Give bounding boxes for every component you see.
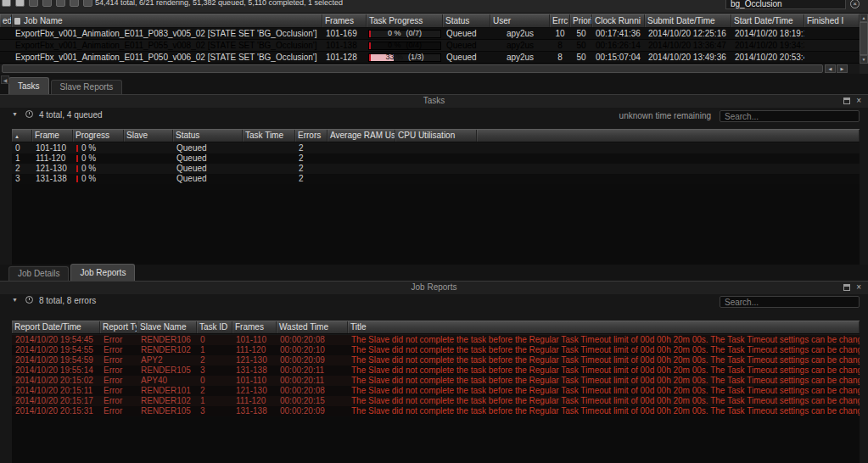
scroll-thumb[interactable] xyxy=(860,22,868,55)
report-slave-name: RENDER105 xyxy=(137,365,197,376)
column-header-slave[interactable]: Slave xyxy=(124,130,173,142)
column-header-priority[interactable]: Priori xyxy=(570,14,592,27)
report-wasted-time: 00:00:20:11 xyxy=(277,365,348,376)
column-header-start-date[interactable]: Start Date/Time xyxy=(731,14,804,27)
report-date: 2014/10/20 19:54:45 xyxy=(12,335,100,345)
scroll-right-icon[interactable]: ▶ xyxy=(837,64,848,73)
job-frames: 101-128 xyxy=(322,52,367,63)
report-row[interactable]: 2014/10/20 20:15:31 Error RENDER105 3 13… xyxy=(12,406,860,416)
column-header-progress[interactable]: Progress xyxy=(73,130,124,142)
column-header-finished-date[interactable]: Finished I xyxy=(804,14,860,27)
tab-job-reports[interactable]: Job Reports xyxy=(70,264,135,281)
column-header-status[interactable]: Status xyxy=(443,14,490,27)
task-slave xyxy=(124,174,173,184)
float-panel-icon[interactable] xyxy=(843,284,850,291)
column-header-status[interactable]: Status xyxy=(173,130,243,142)
report-title: The Slave did not complete the task befo… xyxy=(348,376,860,386)
column-header-clock[interactable]: Clock Runni xyxy=(592,14,645,27)
report-title: The Slave did not complete the task befo… xyxy=(348,335,860,345)
column-header-title[interactable]: Title xyxy=(348,321,860,333)
progress-tick xyxy=(76,165,78,172)
close-panel-icon[interactable]: × xyxy=(856,97,861,104)
toolbar-icon[interactable] xyxy=(42,0,52,7)
progress-percent: 0 % xyxy=(388,30,401,37)
column-header-task-id[interactable]: Task ID xyxy=(197,321,232,333)
task-progress: 0 % xyxy=(73,174,124,184)
report-frames: 101-110 xyxy=(232,376,277,386)
column-header-frame[interactable]: Frame xyxy=(32,130,73,142)
toolbar-icon[interactable] xyxy=(15,0,25,7)
report-row[interactable]: 2014/10/20 19:54:59 Error APY2 2 121-130… xyxy=(12,355,860,365)
column-header-user[interactable]: User xyxy=(490,14,550,27)
column-header-clipped[interactable]: ed xyxy=(0,14,12,27)
clear-filter-icon[interactable]: × xyxy=(850,0,860,8)
column-header-task-time[interactable]: Task Time xyxy=(243,130,295,142)
report-type: Error xyxy=(100,386,137,396)
tab-job-details[interactable]: Job Details xyxy=(8,266,69,281)
job-row[interactable]: ExportFbx_v001_Animation_E011_P083_v005_… xyxy=(0,28,860,40)
job-row[interactable]: ExportFbx_v001_Animation_E011_P055_v008_… xyxy=(0,40,860,52)
report-date: 2014/10/20 20:15:17 xyxy=(12,396,100,406)
close-panel-icon[interactable]: × xyxy=(856,283,861,291)
job-row[interactable]: ExportFbx_v001_Animation_E011_P050_v006_… xyxy=(0,52,860,64)
report-row[interactable]: 2014/10/20 19:54:55 Error RENDER102 1 11… xyxy=(12,345,860,355)
toolbar-icon[interactable] xyxy=(70,0,79,7)
panel-title: Tasks xyxy=(423,96,445,105)
task-row[interactable]: 3 131-138 0 % Queued 2 xyxy=(12,174,860,184)
column-header-report-type[interactable]: Report Ty xyxy=(100,321,137,333)
column-header-errors[interactable]: Errors xyxy=(295,130,328,142)
column-header-cpu[interactable]: CPU Utilisation xyxy=(395,130,477,142)
column-header-task-id[interactable]: ▲ xyxy=(12,130,32,142)
column-header-frames[interactable]: Frames xyxy=(322,14,367,27)
toolbar-icon[interactable] xyxy=(56,0,65,7)
task-row[interactable]: 0 101-110 0 % Queued 2 xyxy=(12,143,860,153)
column-header-slave-name[interactable]: Slave Name xyxy=(137,321,197,333)
task-row[interactable]: 2 121-130 0 % Queued 2 xyxy=(12,164,860,174)
report-row[interactable]: 2014/10/20 20:15:17 Error RENDER102 1 11… xyxy=(12,396,860,406)
task-frames: 101-110 xyxy=(32,143,73,153)
job-filter-box[interactable]: bg_Occlusion xyxy=(725,0,846,9)
column-header-submit-date[interactable]: Submit Date/Time xyxy=(645,14,731,27)
toolbar: 54,414 total, 6/21 rendering, 51,382 que… xyxy=(0,0,868,14)
progress-bar: 0 % (0/4) xyxy=(368,42,441,50)
scroll-up-icon[interactable]: ▲ xyxy=(860,14,868,22)
report-wasted-time: 00:00:20:10 xyxy=(277,345,348,355)
column-header-ram[interactable]: Average RAM Usa xyxy=(328,130,395,142)
column-header-job-name[interactable]: Job Name xyxy=(12,14,322,27)
report-task-id: 3 xyxy=(197,365,232,376)
scroll-left-icon[interactable]: ◀ xyxy=(825,64,836,73)
job-user: apy2us xyxy=(490,52,550,63)
report-title: The Slave did not complete the task befo… xyxy=(348,396,860,406)
toolbar-icon[interactable] xyxy=(2,0,11,7)
column-header-errors[interactable]: Errc xyxy=(550,14,570,27)
collapse-icon[interactable]: ▼ xyxy=(12,111,18,117)
tasks-search-input[interactable] xyxy=(720,110,860,122)
scroll-thumb[interactable] xyxy=(2,64,823,73)
report-date: 2014/10/20 19:54:55 xyxy=(12,345,100,355)
float-panel-icon[interactable] xyxy=(843,98,850,104)
job-clock: 00:17:41:36 xyxy=(592,28,645,39)
tab-slave-reports[interactable]: Slave Reports xyxy=(51,80,123,94)
jobs-horizontal-scrollbar[interactable]: ◀ ▶ xyxy=(0,64,860,74)
column-header-frames[interactable]: Frames xyxy=(232,321,277,333)
column-header-wasted-time[interactable]: Wasted Time xyxy=(277,321,348,333)
toolbar-icon[interactable] xyxy=(83,0,92,7)
report-row[interactable]: 2014/10/20 20:15:11 Error RENDER101 2 12… xyxy=(12,386,860,396)
job-start-date: 2014/10/20 20:53:47 xyxy=(731,52,804,63)
report-row[interactable]: 2014/10/20 19:54:45 Error RENDER106 0 10… xyxy=(12,335,860,345)
report-date: 2014/10/20 20:15:31 xyxy=(12,406,100,416)
tab-scroll-left-icon[interactable]: ◀ xyxy=(1,75,9,84)
report-slave-name: RENDER101 xyxy=(137,386,197,396)
task-row[interactable]: 1 111-120 0 % Queued 2 xyxy=(12,153,860,164)
column-header-task-progress[interactable]: Task Progress xyxy=(367,14,443,27)
report-row[interactable]: 2014/10/20 20:15:02 Error APY40 0 101-11… xyxy=(12,376,860,386)
toolbar-icons xyxy=(2,0,92,7)
jobs-vertical-scrollbar[interactable]: ▲ ▼ xyxy=(860,14,868,64)
reports-search-input[interactable] xyxy=(720,296,860,308)
column-header-report-date[interactable]: Report Date/Time xyxy=(12,321,100,333)
toolbar-icon[interactable] xyxy=(29,0,38,7)
report-row[interactable]: 2014/10/20 19:55:14 Error RENDER105 3 13… xyxy=(12,365,860,376)
scroll-down-icon[interactable]: ▼ xyxy=(860,55,868,64)
tab-tasks[interactable]: Tasks xyxy=(8,77,49,94)
collapse-icon[interactable]: ▼ xyxy=(12,297,18,303)
